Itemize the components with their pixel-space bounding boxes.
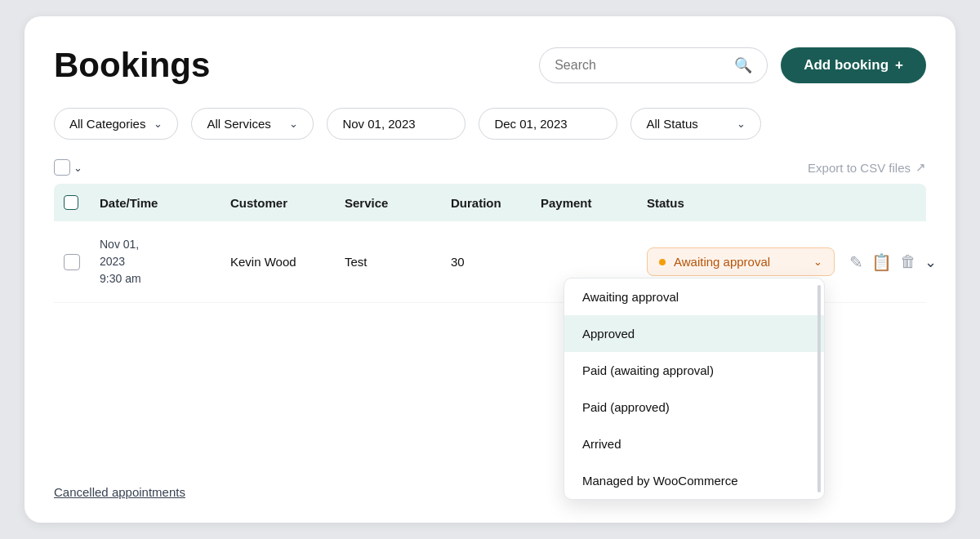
col-payment: Payment bbox=[541, 196, 647, 210]
date-to-filter[interactable]: Dec 01, 2023 bbox=[479, 108, 617, 140]
col-status: Status bbox=[647, 196, 926, 210]
categories-filter[interactable]: All Categories ⌄ bbox=[54, 108, 178, 140]
cancelled-appointments-link[interactable]: Cancelled appointments bbox=[54, 485, 185, 499]
dropdown-item-paid-awaiting[interactable]: Paid (awaiting approval) bbox=[564, 352, 824, 389]
status-filter-label: All Status bbox=[646, 117, 697, 131]
dropdown-item-arrived[interactable]: Arrived bbox=[564, 425, 824, 462]
row-datetime: Nov 01,20239:30 am bbox=[100, 236, 230, 287]
col-datetime: Date/Time bbox=[100, 196, 230, 210]
add-booking-label: Add booking bbox=[804, 57, 889, 74]
date-from-filter[interactable]: Nov 01, 2023 bbox=[327, 108, 466, 140]
table-header: Date/Time Customer Service Duration Paym… bbox=[54, 184, 926, 221]
header-checkbox[interactable] bbox=[64, 195, 78, 210]
row-checkbox[interactable] bbox=[64, 254, 80, 270]
row-status-area: Awaiting approval ⌄ ✎ 📋 🗑 ⌄ bbox=[647, 247, 937, 276]
header-actions: 🔍 Add booking + bbox=[539, 47, 926, 83]
footer: Cancelled appointments bbox=[54, 485, 185, 500]
dropdown-item-woocommerce[interactable]: Managed by WooCommerce bbox=[564, 462, 824, 499]
copy-icon[interactable]: 📋 bbox=[871, 252, 892, 272]
status-filter[interactable]: All Status ⌄ bbox=[630, 108, 761, 140]
dropdown-item-awaiting[interactable]: Awaiting approval bbox=[564, 278, 824, 315]
status-badge[interactable]: Awaiting approval ⌄ bbox=[647, 247, 835, 276]
select-all-container[interactable]: ⌄ bbox=[54, 159, 82, 176]
status-dot bbox=[659, 259, 666, 265]
delete-icon[interactable]: 🗑 bbox=[900, 252, 916, 271]
col-customer: Customer bbox=[230, 196, 345, 210]
row-duration: 30 bbox=[451, 255, 541, 269]
services-filter[interactable]: All Services ⌄ bbox=[191, 108, 314, 140]
expand-icon[interactable]: ⌄ bbox=[924, 253, 937, 271]
filters-bar: All Categories ⌄ All Services ⌄ Nov 01, … bbox=[54, 108, 926, 140]
categories-label: All Categories bbox=[69, 117, 145, 131]
status-dropdown: Awaiting approval Approved Paid (awaitin… bbox=[564, 278, 825, 500]
row-customer: Kevin Wood bbox=[230, 255, 345, 269]
main-card: Bookings 🔍 Add booking + All Categories … bbox=[24, 16, 956, 523]
select-all-checkbox[interactable] bbox=[54, 159, 70, 176]
toolbar: ⌄ Export to CSV files ↗ bbox=[54, 159, 926, 176]
chevron-down-icon: ⌄ bbox=[737, 118, 746, 130]
chevron-down-icon[interactable]: ⌄ bbox=[74, 162, 82, 174]
chevron-down-icon: ⌄ bbox=[154, 118, 163, 130]
scrollbar bbox=[817, 285, 821, 492]
page-header: Bookings 🔍 Add booking + bbox=[54, 46, 926, 85]
services-label: All Services bbox=[207, 117, 270, 131]
page-title: Bookings bbox=[54, 46, 210, 85]
search-box[interactable]: 🔍 bbox=[539, 47, 768, 83]
row-actions: ✎ 📋 🗑 ⌄ bbox=[849, 252, 937, 272]
dropdown-item-approved[interactable]: Approved bbox=[564, 315, 824, 352]
export-icon: ↗ bbox=[915, 160, 926, 175]
add-booking-button[interactable]: Add booking + bbox=[781, 47, 926, 83]
row-service: Test bbox=[345, 255, 451, 269]
search-input[interactable] bbox=[555, 58, 728, 73]
plus-icon: + bbox=[895, 57, 903, 74]
export-label: Export to CSV files bbox=[808, 161, 911, 175]
status-label: Awaiting approval bbox=[674, 255, 770, 269]
date-to-label: Dec 01, 2023 bbox=[494, 117, 567, 131]
chevron-down-icon: ⌄ bbox=[289, 118, 298, 130]
chevron-down-icon: ⌄ bbox=[813, 256, 822, 268]
col-service: Service bbox=[345, 196, 451, 210]
dropdown-item-paid-approved[interactable]: Paid (approved) bbox=[564, 389, 824, 425]
export-button[interactable]: Export to CSV files ↗ bbox=[808, 160, 926, 175]
date-from-label: Nov 01, 2023 bbox=[342, 117, 415, 131]
search-icon: 🔍 bbox=[734, 56, 752, 74]
edit-icon[interactable]: ✎ bbox=[849, 252, 863, 272]
col-duration: Duration bbox=[451, 196, 541, 210]
